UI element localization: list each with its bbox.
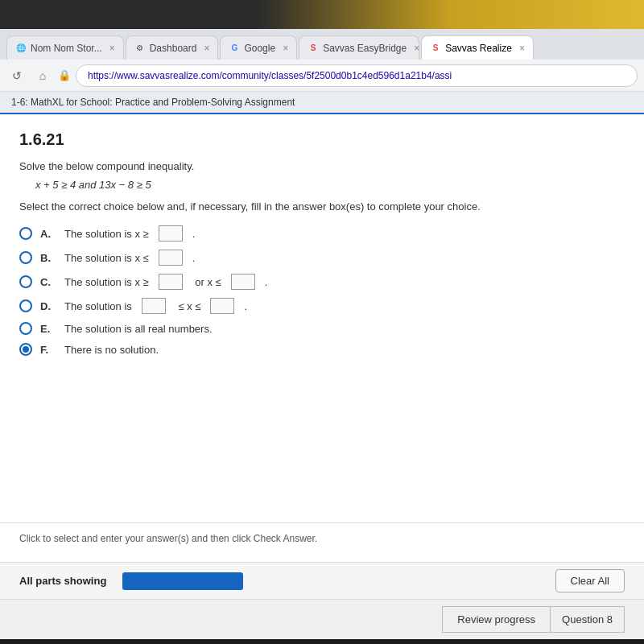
option-c-label: C. — [40, 276, 56, 288]
option-a[interactable]: A. The solution is x ≥ . — [19, 225, 625, 242]
tab-label-dashboard: Dashboard — [150, 43, 197, 54]
answer-box-a[interactable] — [159, 225, 183, 242]
option-f[interactable]: F. There is no solution. — [19, 343, 625, 356]
radio-f[interactable] — [19, 343, 32, 356]
question-number-display: Question 8 — [550, 606, 625, 633]
address-bar-row: ↺ ⌂ 🔒 — [0, 60, 644, 92]
page-header: 1-6: MathXL for School: Practice and Pro… — [0, 92, 644, 114]
tab-icon-google: G — [229, 43, 240, 54]
option-d-text: The solution is — [64, 300, 132, 312]
answer-box-d1[interactable] — [142, 298, 166, 314]
tab-close-dashboard[interactable]: × — [204, 43, 209, 54]
option-e[interactable]: E. The solution is all real numbers. — [19, 322, 625, 335]
option-f-text: There is no solution. — [64, 344, 159, 356]
answer-box-d2[interactable] — [210, 298, 234, 314]
radio-b[interactable] — [19, 251, 32, 264]
option-b-text: The solution is x ≤ — [64, 252, 149, 264]
review-progress-button[interactable]: Review progress — [442, 606, 550, 633]
click-instruction: Click to select and enter your answer(s)… — [19, 533, 625, 544]
option-e-text: The solution is all real numbers. — [64, 323, 213, 335]
tab-icon-easybridge: S — [308, 43, 319, 54]
tab-nom-nom[interactable]: 🌐 Nom Nom Stor... × — [6, 35, 124, 60]
tab-icon-dashboard: ⚙ — [134, 43, 146, 54]
answer-box-c1[interactable] — [159, 274, 183, 290]
option-c[interactable]: C. The solution is x ≥ or x ≤ . — [19, 274, 625, 290]
answer-box-b[interactable] — [159, 250, 183, 266]
option-c-or: or x ≤ — [192, 276, 221, 288]
radio-d[interactable] — [19, 299, 32, 312]
option-d[interactable]: D. The solution is ≤ x ≤ . — [19, 298, 625, 314]
tab-easybridge[interactable]: S Savvas EasyBridge × — [299, 35, 419, 60]
question-number: 1.6.21 — [19, 130, 625, 149]
question-num-value: 8 — [607, 613, 613, 625]
answer-box-c2[interactable] — [231, 274, 255, 290]
back-button[interactable]: ↺ — [6, 65, 27, 86]
option-b[interactable]: B. The solution is x ≤ . — [19, 250, 625, 266]
question-instruction: Select the correct choice below and, if … — [19, 200, 625, 213]
tab-close-easybridge[interactable]: × — [414, 43, 419, 54]
radio-e[interactable] — [19, 322, 32, 335]
clear-all-button[interactable]: Clear All — [555, 569, 625, 592]
question-label: Question — [562, 613, 604, 625]
address-input[interactable] — [76, 64, 638, 87]
content-wrapper: 1.6.21 Solve the below compound inequali… — [0, 114, 644, 639]
radio-a[interactable] — [19, 227, 32, 240]
all-parts-label: All parts showing — [19, 575, 106, 587]
tab-icon-savvas: S — [430, 43, 441, 54]
option-b-suffix: . — [192, 252, 196, 264]
bottom-nav: Review progress Question 8 — [0, 599, 644, 639]
option-a-text: The solution is x ≥ — [64, 228, 149, 240]
option-b-label: B. — [40, 252, 56, 264]
bottom-section: Click to select and enter your answer(s)… — [0, 522, 644, 562]
footer-bar: All parts showing Clear All — [0, 562, 644, 599]
option-d-le: ≤ x ≤ — [175, 300, 201, 312]
tab-label-google: Google — [244, 43, 275, 54]
tab-bar: 🌐 Nom Nom Stor... × ⚙ Dashboard × G Goog… — [0, 29, 644, 60]
tab-google[interactable]: G Google × — [220, 35, 297, 60]
scrollable-content: 1.6.21 Solve the below compound inequali… — [0, 114, 644, 522]
option-d-label: D. — [40, 300, 56, 312]
top-decorative-bar — [0, 0, 644, 29]
tab-close-nom[interactable]: × — [109, 43, 115, 54]
option-e-label: E. — [40, 323, 56, 335]
tab-savvas-realize[interactable]: S Savvas Realize × — [421, 35, 534, 60]
tab-label-easybridge: Savvas EasyBridge — [323, 43, 407, 54]
radio-c[interactable] — [19, 275, 32, 288]
options-list: A. The solution is x ≥ . B. The solution… — [19, 225, 625, 356]
option-a-suffix: . — [192, 228, 196, 240]
question-prompt: Solve the below compound inequality. — [19, 160, 625, 172]
option-c-text: The solution is x ≥ — [64, 276, 149, 288]
progress-bar — [122, 572, 243, 590]
home-button[interactable]: ⌂ — [32, 65, 53, 86]
option-a-label: A. — [40, 228, 56, 240]
option-c-suffix: . — [265, 276, 268, 288]
question-equation: x + 5 ≥ 4 and 13x − 8 ≥ 5 — [35, 179, 625, 191]
tab-dashboard[interactable]: ⚙ Dashboard × — [126, 35, 219, 60]
lock-icon: 🔒 — [58, 69, 71, 81]
tab-close-google[interactable]: × — [283, 43, 288, 54]
tab-close-savvas[interactable]: × — [519, 43, 525, 54]
option-f-label: F. — [40, 344, 56, 356]
page-header-text: 1-6: MathXL for School: Practice and Pro… — [11, 97, 295, 108]
footer-all-parts-group: All parts showing — [19, 572, 243, 590]
tab-icon-nom: 🌐 — [15, 43, 27, 54]
tab-label-savvas: Savvas Realize — [445, 43, 512, 54]
option-d-suffix: . — [244, 300, 247, 312]
tab-label-nom: Nom Nom Stor... — [31, 43, 102, 54]
